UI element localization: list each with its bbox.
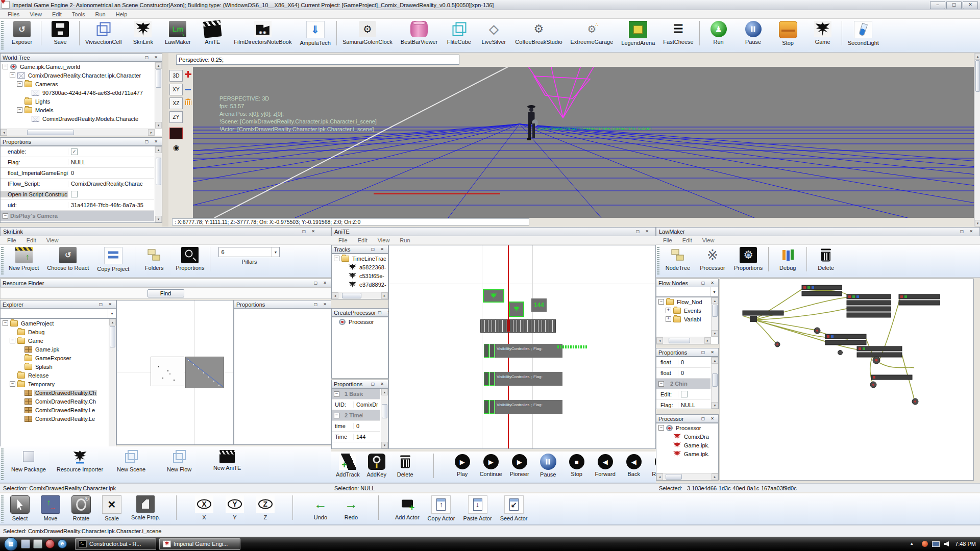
expand-toggle[interactable]	[3, 64, 8, 69]
panel-restore-icon[interactable]: ▢	[376, 309, 384, 316]
tracks-hscrollbar[interactable]: ◂▸	[332, 292, 388, 299]
toolbar-grip[interactable]	[1, 448, 4, 481]
toolbar-button[interactable]	[133, 245, 137, 273]
toolbar-button[interactable]: ExtreemeGarage	[567, 19, 618, 47]
quick-launch-icon[interactable]	[33, 539, 42, 548]
transport-button[interactable]: Back	[620, 452, 648, 479]
toolbar-grip[interactable]	[1, 21, 4, 50]
toolbar-button[interactable]: Rotate	[66, 493, 96, 522]
menu-item[interactable]: File	[2, 237, 21, 243]
expand-toggle[interactable]	[17, 81, 22, 87]
tree-item[interactable]: Lights	[1, 97, 162, 106]
tree-item[interactable]: ComixDrawedReality.Character.ipk.Charact…	[1, 71, 162, 80]
quick-launch-icon[interactable]	[21, 539, 30, 548]
menu-item[interactable]: Run	[91, 11, 110, 18]
property-row[interactable]: enable:	[1, 146, 154, 157]
tree-item[interactable]: GameProject	[1, 319, 116, 328]
toolbar-button[interactable]	[335, 19, 338, 47]
view-mode-button[interactable]: 3D	[169, 70, 183, 82]
toolbar-button[interactable]: ↙ Seed Actor	[496, 493, 532, 522]
tree-item[interactable]: Models	[1, 106, 162, 114]
menu-item[interactable]: Tools	[67, 11, 90, 18]
view-mode-button[interactable]: XY	[169, 84, 183, 95]
transport-button[interactable]: Continue	[477, 452, 505, 479]
toolbar-button[interactable]: BestBarViewer	[397, 19, 442, 47]
viewport-3d-canvas[interactable]: [COMIXDRAWEDREALITY.CHARACTER.IPK.CHARAC…	[193, 67, 974, 218]
toolbar-button[interactable]	[840, 19, 844, 47]
view-mode-button[interactable]: ZY	[169, 111, 183, 123]
panel-close-icon[interactable]: ✕	[321, 301, 329, 308]
toolbar-button[interactable]: New Package	[5, 446, 53, 473]
panel-restore-icon[interactable]: ▢	[300, 228, 308, 235]
tree-item[interactable]: ComixDrawedReality.Le	[1, 414, 116, 423]
toolbar-button[interactable]: Proportions	[172, 245, 208, 273]
timeline-end-key[interactable]: 144	[531, 298, 547, 312]
perspective-input[interactable]	[176, 55, 459, 65]
property-row[interactable]: float 0	[656, 368, 710, 379]
group-collapse-icon[interactable]	[658, 381, 664, 387]
menu-item[interactable]: File	[333, 237, 353, 243]
toolbar-button[interactable]: ← Undo	[305, 493, 336, 522]
toolbar-button[interactable]	[698, 19, 701, 47]
panel-restore-icon[interactable]: ▢	[699, 349, 707, 356]
expand-toggle[interactable]	[10, 338, 15, 343]
property-row[interactable]: time 0	[332, 421, 380, 432]
toolbar-grip[interactable]	[657, 247, 659, 275]
playhead-marker[interactable]	[507, 319, 510, 332]
taskbar-window-button[interactable]: Imperial Game Engi...	[159, 538, 240, 550]
property-row[interactable]: 1 Basic	[332, 389, 380, 399]
toolbar-button[interactable]: FilmDirectorsNoteBook	[230, 19, 296, 47]
toolbar-button[interactable]: Add Actor	[391, 493, 424, 522]
temple-icon[interactable]	[185, 98, 191, 105]
toolbar-button[interactable]: Debug	[770, 245, 805, 273]
property-row[interactable]: Flag: NULL	[1, 157, 154, 168]
toolbar-button[interactable]: Run	[701, 19, 736, 47]
group-collapse-icon[interactable]	[334, 413, 339, 418]
expand-toggle[interactable]	[666, 308, 671, 313]
tree-item[interactable]: 907300ac-424d-4746-ae63-e0d711a477	[1, 88, 162, 97]
tree-item[interactable]: ComixDrawedReality.Le	[1, 406, 116, 414]
panel-restore-icon[interactable]: ▢	[143, 54, 151, 61]
expand-toggle[interactable]	[3, 320, 8, 326]
tree-item[interactable]: Game.ipk	[1, 345, 116, 354]
tree-item[interactable]: Game.ipk.	[656, 441, 718, 449]
toolbar-button[interactable]: LawMaker	[160, 19, 195, 47]
menu-item[interactable]: Edit	[21, 237, 41, 243]
eye-icon[interactable]: ◉	[169, 141, 183, 153]
tree-item[interactable]: ComixDrawedReality.Ch	[1, 397, 116, 406]
timeline-key[interactable]	[483, 289, 504, 303]
tree-item[interactable]: Release	[1, 371, 116, 380]
find-button[interactable]: Find	[148, 289, 184, 297]
transport-button[interactable]: AddKey	[362, 452, 391, 479]
panel-restore-icon[interactable]: ▢	[97, 301, 105, 308]
panel-close-icon[interactable]: ✕	[708, 415, 716, 422]
toolbar-button[interactable]: Choose to React	[43, 245, 93, 273]
node-graph-canvas[interactable]	[720, 279, 974, 481]
group-collapse-icon[interactable]	[3, 213, 8, 219]
toolbar-button[interactable]: Delete	[808, 245, 843, 273]
tray-chevron-icon[interactable]: ▴	[911, 541, 918, 547]
expand-toggle[interactable]	[658, 299, 664, 305]
panel-close-icon[interactable]: ✕	[106, 301, 114, 308]
expand-toggle[interactable]	[658, 425, 664, 431]
toolbar-button[interactable]: Exposer	[5, 19, 39, 47]
group-collapse-icon[interactable]	[334, 391, 339, 397]
panel-close-icon[interactable]: ✕	[152, 54, 160, 61]
key-marker[interactable]	[489, 344, 495, 358]
pillars-select[interactable]: 6 ▾	[218, 247, 280, 257]
property-row[interactable]: UID: ComixDr	[332, 399, 380, 410]
timeline-track-row[interactable]: VisibilityController. ; Flag:	[484, 372, 562, 386]
toolbar-button[interactable]: SamuraiGolenClock	[338, 19, 397, 47]
property-row[interactable]: uid: 31a41284-7fcb-46fc-8a7a-35	[1, 200, 154, 211]
proportions-left-vscrollbar[interactable]: ▴▾	[155, 146, 162, 222]
panel-close-icon[interactable]: ✕	[967, 228, 975, 235]
property-row[interactable]: float_ImperialGameEngi 0	[1, 168, 154, 179]
toolbar-button[interactable]: Scale Prop.	[127, 493, 164, 522]
property-row[interactable]: Open in Script Construc	[1, 189, 154, 200]
toolbar-button[interactable]: VivisectionCell	[81, 19, 126, 47]
toolbar-button[interactable]: Proportions	[730, 245, 767, 273]
tree-item[interactable]: c531f65e-	[332, 271, 388, 280]
world-tree-vscrollbar[interactable]: ▴▾	[155, 62, 162, 129]
network-icon[interactable]	[932, 541, 940, 547]
toolbar-button[interactable]: FastCheese	[659, 19, 697, 47]
